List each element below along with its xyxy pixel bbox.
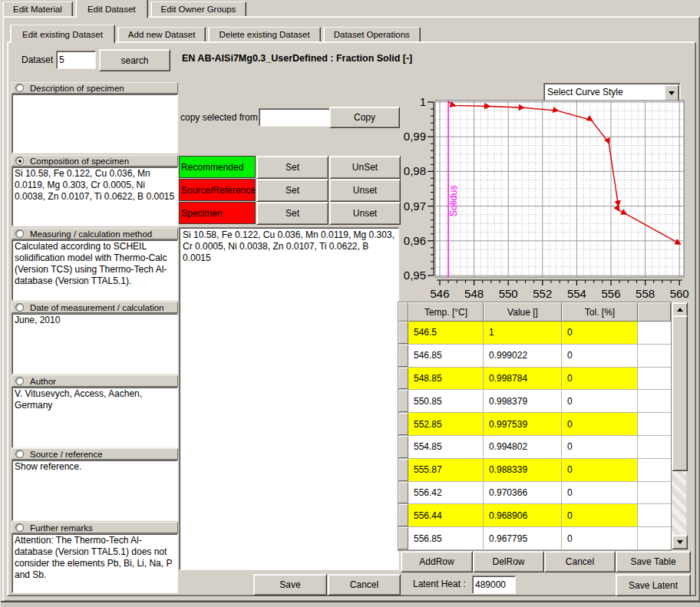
cell-tol[interactable]: 0 — [562, 368, 638, 390]
row-selector[interactable] — [398, 413, 408, 435]
set-recommended-button[interactable]: Set — [256, 156, 329, 179]
add-row-button[interactable]: AddRow — [401, 551, 473, 572]
tab-add-new-dataset[interactable]: Add new Dataset — [117, 27, 206, 41]
svg-text:0,97: 0,97 — [404, 200, 426, 213]
row-selector[interactable] — [398, 436, 408, 458]
cell-temp[interactable]: 556.85 — [408, 527, 484, 549]
composition-detail-textarea[interactable]: Si 10.58, Fe 0.122, Cu 0.036, Mn 0.0119,… — [179, 227, 399, 570]
row-selector[interactable] — [398, 368, 408, 390]
section-label: Source / reference — [30, 450, 103, 459]
tab-edit-existing-dataset[interactable]: Edit existing Dataset — [10, 25, 115, 43]
table-row[interactable]: 546.850.9990220 — [398, 345, 671, 368]
tab-dataset-operations[interactable]: Dataset Operations — [323, 27, 421, 41]
scroll-down-button[interactable] — [672, 535, 688, 549]
save-latent-button[interactable]: Save Latent — [616, 574, 691, 596]
textarea-source-reference[interactable] — [12, 460, 178, 521]
radio-description-of-specimen[interactable] — [15, 84, 24, 92]
cell-temp[interactable]: 550.85 — [408, 390, 484, 412]
textarea-measuring-calculation-method[interactable] — [12, 239, 178, 301]
radio-source-reference[interactable] — [15, 450, 24, 458]
svg-text:554: 554 — [567, 287, 586, 300]
latent-heat-label: Latent Heat : — [413, 579, 466, 589]
row-selector[interactable] — [398, 390, 408, 412]
unset-source-reference-button[interactable]: Unset — [329, 179, 401, 202]
svg-text:556: 556 — [601, 287, 620, 300]
cell-value[interactable]: 0.994802 — [484, 436, 562, 458]
search-button[interactable]: search — [99, 49, 170, 71]
table-row[interactable]: 556.850.9677950 — [398, 527, 671, 550]
cell-tol[interactable]: 0 — [562, 322, 638, 344]
scrollbar-thumb[interactable] — [672, 315, 688, 471]
table-row[interactable]: 552.850.9975390 — [398, 413, 671, 436]
table-row[interactable]: 555.870.9883390 — [398, 459, 671, 482]
dataset-number-input[interactable] — [56, 51, 96, 69]
copy-button[interactable]: Copy — [329, 107, 400, 128]
cell-temp[interactable]: 548.85 — [408, 368, 484, 390]
row-selector[interactable] — [398, 527, 408, 549]
table-row[interactable]: 556.420.9703660 — [398, 482, 671, 505]
cell-value[interactable]: 0.970366 — [484, 482, 562, 504]
cell-tol[interactable]: 0 — [562, 436, 638, 458]
cell-temp[interactable]: 546.5 — [408, 322, 484, 344]
save-button[interactable]: Save — [253, 574, 327, 595]
latent-heat-input[interactable] — [472, 576, 516, 594]
cell-value[interactable]: 0.997539 — [484, 413, 562, 435]
radio-author[interactable] — [15, 377, 24, 385]
save-table-button[interactable]: Save Table — [616, 551, 691, 572]
cell-tol[interactable]: 0 — [562, 459, 638, 481]
table-row[interactable]: 556.440.9689060 — [398, 504, 671, 527]
cell-temp[interactable]: 556.42 — [408, 482, 484, 504]
textarea-author[interactable] — [12, 387, 178, 448]
cell-value[interactable]: 0.988339 — [484, 459, 562, 481]
radio-date-of-measurement-calculation[interactable] — [15, 303, 24, 312]
unset-specimen-button[interactable]: Unset — [329, 202, 401, 225]
tab-delete-existing-dataset[interactable]: Delete existing Dataset — [208, 27, 320, 41]
radio-composition-of-specimen[interactable] — [15, 157, 24, 165]
cell-tol[interactable]: 0 — [562, 527, 638, 549]
table-cancel-button[interactable]: Cancel — [544, 551, 616, 572]
textarea-date-of-measurement-calculation[interactable] — [12, 313, 178, 374]
radio-further-remarks[interactable] — [15, 523, 24, 532]
cell-temp[interactable]: 556.44 — [408, 504, 484, 526]
textarea-further-remarks[interactable] — [12, 533, 178, 593]
cell-tol[interactable]: 0 — [562, 482, 638, 504]
table-row[interactable]: 548.850.9987840 — [398, 368, 671, 391]
cell-temp[interactable]: 552.85 — [408, 413, 484, 435]
tab-edit-owner-groups[interactable]: Edit Owner Groups — [150, 2, 247, 16]
textarea-composition-of-specimen[interactable] — [12, 167, 178, 226]
cell-temp[interactable]: 555.87 — [408, 459, 484, 481]
cell-value[interactable]: 0.967795 — [484, 527, 562, 549]
cell-value[interactable]: 0.968906 — [484, 504, 562, 526]
cell-value[interactable]: 0.998784 — [484, 368, 562, 390]
cell-value[interactable]: 0.998379 — [484, 390, 562, 412]
radio-measuring-calculation-method[interactable] — [15, 229, 24, 238]
cell-tol[interactable]: 0 — [562, 504, 638, 526]
cell-value[interactable]: 1 — [484, 322, 562, 344]
row-selector[interactable] — [398, 322, 408, 344]
cell-temp[interactable]: 554.85 — [408, 436, 484, 458]
row-selector[interactable] — [398, 482, 408, 504]
table-row[interactable]: 550.850.9983790 — [398, 390, 671, 413]
tab-edit-dataset[interactable]: Edit Dataset — [75, 0, 148, 18]
unset-recommended-button[interactable]: UnSet — [329, 156, 401, 179]
section-bar-further-remarks: Further remarks — [12, 522, 178, 533]
textarea-description-of-specimen[interactable] — [12, 94, 178, 153]
row-selector[interactable] — [398, 504, 408, 526]
row-selector[interactable] — [398, 459, 408, 481]
table-row[interactable]: 546.510 — [398, 322, 671, 345]
cell-tol[interactable]: 0 — [562, 390, 638, 412]
cell-filler — [638, 527, 671, 549]
cell-tol[interactable]: 0 — [562, 345, 638, 367]
row-selector[interactable] — [398, 345, 408, 367]
cancel-button[interactable]: Cancel — [328, 574, 401, 595]
tab-edit-material[interactable]: Edit Material — [2, 2, 73, 16]
set-specimen-button[interactable]: Set — [256, 202, 329, 225]
del-row-button[interactable]: DelRow — [473, 551, 544, 572]
table-scrollbar[interactable] — [672, 302, 686, 549]
cell-temp[interactable]: 546.85 — [408, 345, 484, 367]
cell-value[interactable]: 0.999022 — [484, 345, 562, 367]
cell-tol[interactable]: 0 — [562, 413, 638, 435]
copy-source-input[interactable] — [259, 108, 332, 127]
table-row[interactable]: 554.850.9948020 — [398, 436, 671, 459]
set-source-reference-button[interactable]: Set — [256, 179, 329, 202]
